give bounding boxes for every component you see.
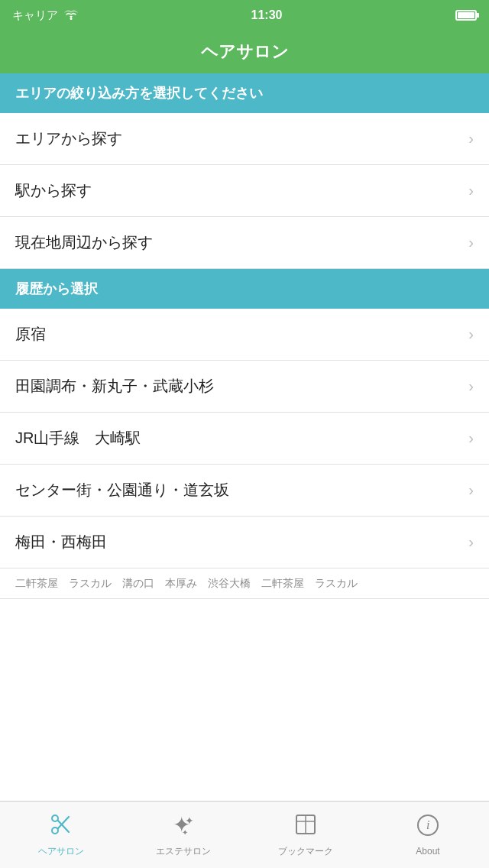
station-label: 駅から探す: [15, 180, 92, 201]
filter-list: エリアから探す › 駅から探す › 現在地周辺から探す ›: [0, 113, 489, 269]
center-label: センター街・公園通り・道玄坂: [15, 480, 229, 500]
chevron-icon: ›: [468, 326, 474, 343]
list-item-harajuku[interactable]: 原宿 ›: [0, 309, 489, 361]
svg-text:i: i: [426, 818, 429, 831]
chevron-icon: ›: [468, 130, 474, 147]
filter-section-header: エリアの絞り込み方を選択してください: [0, 73, 489, 113]
list-item-nearby[interactable]: 現在地周辺から探す ›: [0, 217, 489, 269]
tab-about[interactable]: i About: [367, 802, 489, 868]
chevron-icon: ›: [468, 377, 474, 395]
page-title: ヘアサロン: [201, 40, 289, 63]
tab-hair-label: ヘアサロン: [38, 845, 84, 858]
tab-esthetic[interactable]: ✦ ✦ ✦ エステサロン: [122, 802, 244, 868]
nearby-label: 現在地周辺から探す: [15, 232, 153, 253]
scissors-icon: [49, 812, 73, 842]
chevron-icon: ›: [468, 182, 474, 199]
chevron-icon: ›: [468, 481, 474, 499]
chevron-icon: ›: [468, 533, 474, 551]
status-bar-time: 11:30: [251, 8, 283, 22]
svg-point-0: [70, 18, 73, 20]
history-section-header: 履歴から選択: [0, 269, 489, 309]
carrier-label: キャリア: [12, 8, 58, 23]
list-item-partial: 二軒茶屋 ラスカル 溝の口 本厚み 渋谷大橋 二軒茶屋 ラスカル: [0, 568, 489, 599]
list-item-area[interactable]: エリアから探す ›: [0, 113, 489, 165]
history-list: 原宿 › 田園調布・新丸子・武蔵小杉 › JR山手線 大崎駅 › センター街・公…: [0, 309, 489, 599]
tab-about-label: About: [416, 846, 439, 857]
partial-label: 二軒茶屋 ラスカル 溝の口 本厚み 渋谷大橋 二軒茶屋 ラスカル: [15, 577, 358, 591]
harajuku-label: 原宿: [15, 324, 46, 345]
wifi-icon: [64, 9, 78, 22]
list-item-station[interactable]: 駅から探す ›: [0, 165, 489, 217]
chevron-icon: ›: [468, 429, 474, 447]
tab-esthetic-label: エステサロン: [156, 845, 211, 858]
tab-hair[interactable]: ヘアサロン: [0, 802, 122, 868]
app-header: ヘアサロン: [0, 31, 489, 73]
info-icon: i: [416, 813, 440, 843]
umeda-label: 梅田・西梅田: [15, 532, 107, 552]
tab-bookmark-label: ブックマーク: [278, 845, 333, 858]
list-item-umeda[interactable]: 梅田・西梅田 ›: [0, 517, 489, 568]
yamanote-label: JR山手線 大崎駅: [15, 428, 141, 449]
chevron-icon: ›: [468, 234, 474, 251]
svg-text:✦: ✦: [185, 815, 194, 827]
list-item-yamanote[interactable]: JR山手線 大崎駅 ›: [0, 413, 489, 465]
book-icon: [293, 812, 318, 842]
svg-text:✦: ✦: [182, 828, 188, 837]
area-label: エリアから探す: [15, 128, 122, 149]
status-bar-right: [455, 10, 477, 21]
tab-bookmark[interactable]: ブックマーク: [244, 802, 367, 868]
list-item-center[interactable]: センター街・公園通り・道玄坂 ›: [0, 465, 489, 517]
list-item-denenchofu[interactable]: 田園調布・新丸子・武蔵小杉 ›: [0, 361, 489, 413]
tab-bar: ヘアサロン ✦ ✦ ✦ エステサロン ブックマーク i: [0, 801, 489, 868]
status-bar: キャリア 11:30: [0, 0, 489, 31]
denenchofu-label: 田園調布・新丸子・武蔵小杉: [15, 376, 214, 397]
status-bar-left: キャリア: [12, 8, 78, 23]
sparkles-icon: ✦ ✦ ✦: [171, 812, 196, 842]
battery-icon: [455, 10, 477, 21]
